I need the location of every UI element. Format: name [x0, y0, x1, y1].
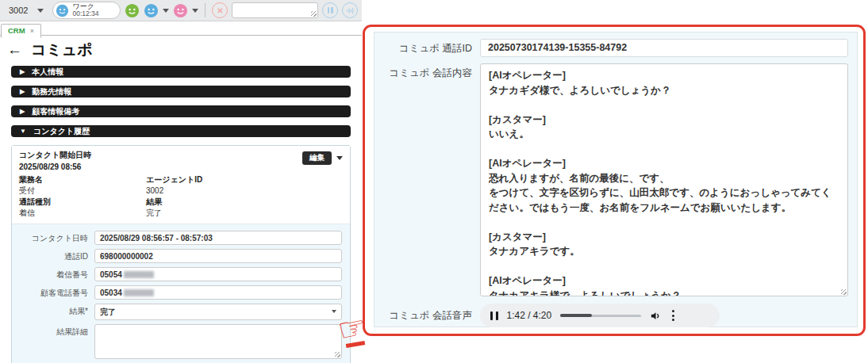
- accordion-label: 顧客情報備考: [32, 106, 79, 117]
- hold-button[interactable]: [322, 2, 338, 18]
- tab-crm[interactable]: CRM ×: [1, 24, 41, 38]
- summary-col-2: エージェントID 3002 結果 完了: [146, 174, 202, 219]
- contact-summary: コンタクト開始日時 2025/08/29 08:56 業務名 受付 通話種別 着…: [12, 146, 350, 224]
- field-label: 結果詳細: [20, 324, 94, 338]
- field-label: コンタクト日時: [20, 231, 94, 244]
- tab-bar: CRM ×: [0, 21, 362, 36]
- summary-columns: 業務名 受付 通話種別 着信 エージェントID 3002 結果 完了: [19, 174, 343, 219]
- tab-close-icon[interactable]: ×: [30, 27, 34, 35]
- status-available-icon[interactable]: [125, 3, 140, 18]
- speaker-icon: [650, 310, 662, 322]
- crm-left-panel: 3002 ワーク 00:12:34 ✕: [0, 0, 362, 363]
- tab-crm-label: CRM: [8, 26, 25, 35]
- hangup-button[interactable]: ✕: [212, 2, 228, 18]
- dial-input[interactable]: [232, 2, 318, 18]
- contact-start-label: コンタクト開始日時: [19, 150, 343, 162]
- edit-button-group: 編集: [302, 151, 343, 165]
- status-work-icon[interactable]: [144, 3, 159, 18]
- accordion-contact-history[interactable]: ▼ コンタクト履歴: [11, 125, 351, 137]
- field-label: 通話種別: [19, 197, 146, 208]
- field-label: 結果*: [20, 304, 94, 317]
- audio-player: 1:42 / 4:20: [480, 304, 720, 327]
- field-label: 通話ID: [20, 249, 94, 262]
- extension-select[interactable]: 3002: [4, 6, 48, 15]
- field-label: 着信番号: [20, 267, 94, 281]
- overflow-menu-icon[interactable]: [670, 308, 676, 323]
- agent-status-text: ワーク 00:12:34: [72, 2, 98, 18]
- callout-detail-content: コミュポ 通話ID 20250730174139-15355-84792 コミュ…: [374, 32, 858, 327]
- masked-digits: [124, 289, 154, 296]
- accordion-list: ▶ 本人情報 ▶ 勤務先情報 ▶ 顧客情報備考 ▼ コンタクト履歴: [0, 64, 362, 137]
- status-busy-dropdown-icon[interactable]: [192, 9, 198, 13]
- audio-wave-icon: [346, 6, 355, 15]
- call-id-input[interactable]: 698000000002: [94, 249, 342, 263]
- field-value: 受付: [19, 185, 146, 197]
- callout-detail-box: コミュポ 通話ID 20250730174139-15355-84792 コミュ…: [363, 25, 866, 336]
- caret-right-icon: ▶: [20, 69, 25, 75]
- detail-call-id-input[interactable]: 20250730174139-15355-84792: [480, 39, 848, 57]
- field-label: 業務名: [19, 174, 146, 185]
- accordion-customer-notes[interactable]: ▶ 顧客情報備考: [11, 105, 351, 117]
- volume-button[interactable]: [650, 310, 662, 322]
- agent-face-icon: [56, 4, 69, 17]
- detail-transcript-textarea[interactable]: [AIオペレーター] タナカギダ様で、よろしいでしょうか？ [カスタマー] いい…: [480, 63, 848, 296]
- accordion-workplace-info[interactable]: ▶ 勤務先情報: [11, 86, 351, 97]
- page-title: コミュポ: [31, 40, 93, 60]
- field-label: 結果: [146, 197, 202, 208]
- contact-datetime-input[interactable]: 2025/08/29 08:56:57 - 08:57:03: [94, 231, 342, 245]
- contact-history-panel: コンタクト開始日時 2025/08/29 08:56 業務名 受付 通話種別 着…: [11, 145, 351, 363]
- result-select[interactable]: 完了: [94, 304, 342, 320]
- caret-down-icon: ▼: [20, 128, 26, 135]
- chevron-down-icon: [37, 9, 44, 13]
- audio-progress-played: [560, 314, 592, 317]
- field-label: エージェントID: [146, 174, 202, 185]
- field-label: コミュポ 会話音声: [383, 303, 472, 327]
- audio-time-display: 1:42 / 4:20: [507, 310, 552, 321]
- field-label: 顧客電話番号: [20, 285, 94, 299]
- resize-grip-icon: [311, 11, 317, 17]
- resize-grip-icon[interactable]: [841, 289, 847, 295]
- agent-status-pill[interactable]: ワーク 00:12:34: [52, 2, 121, 19]
- status-work-dropdown-icon[interactable]: [163, 9, 169, 13]
- pause-button[interactable]: [490, 311, 498, 320]
- extension-number: 3002: [9, 6, 28, 15]
- result-detail-textarea[interactable]: [94, 324, 342, 359]
- accordion-label: 本人情報: [32, 67, 63, 78]
- accordion-personal-info[interactable]: ▶ 本人情報: [11, 66, 351, 78]
- resize-grip-icon[interactable]: [335, 352, 340, 357]
- audio-button[interactable]: [342, 2, 358, 18]
- caret-right-icon: ▶: [20, 109, 25, 115]
- edit-dropdown-icon[interactable]: [336, 156, 343, 160]
- softphone-toolbar: 3002 ワーク 00:12:34 ✕: [0, 0, 362, 21]
- masked-digits: [124, 271, 154, 278]
- toolbar-divider: [205, 3, 205, 17]
- customer-phone-input[interactable]: 05034: [94, 285, 342, 300]
- contact-form: コンタクト日時 2025/08/29 08:56:57 - 08:57:03 通…: [12, 224, 350, 363]
- contact-start-value[interactable]: 2025/08/29 08:56: [19, 162, 343, 174]
- field-value: 着信: [19, 208, 146, 219]
- field-label: コミュポ 会話内容: [383, 63, 472, 296]
- pause-icon: [328, 7, 333, 13]
- app-screen: 3002 ワーク 00:12:34 ✕: [0, 0, 868, 363]
- accordion-label: 勤務先情報: [32, 86, 71, 97]
- accordion-label: コンタクト履歴: [33, 126, 90, 137]
- status-busy-icon[interactable]: [173, 3, 188, 18]
- page-header: ← コミュポ: [0, 36, 362, 64]
- back-arrow-icon[interactable]: ←: [7, 41, 22, 59]
- field-value: 3002: [146, 185, 202, 197]
- incoming-number-input[interactable]: 05054: [94, 267, 342, 281]
- field-value: 完了: [146, 208, 202, 219]
- field-label: コミュポ 通話ID: [383, 39, 472, 57]
- summary-col-1: 業務名 受付 通話種別 着信: [19, 174, 146, 219]
- edit-button[interactable]: 編集: [302, 151, 332, 165]
- audio-progress-track[interactable]: [560, 315, 641, 317]
- agent-status-timer: 00:12:34: [72, 10, 98, 18]
- caret-right-icon: ▶: [20, 89, 25, 95]
